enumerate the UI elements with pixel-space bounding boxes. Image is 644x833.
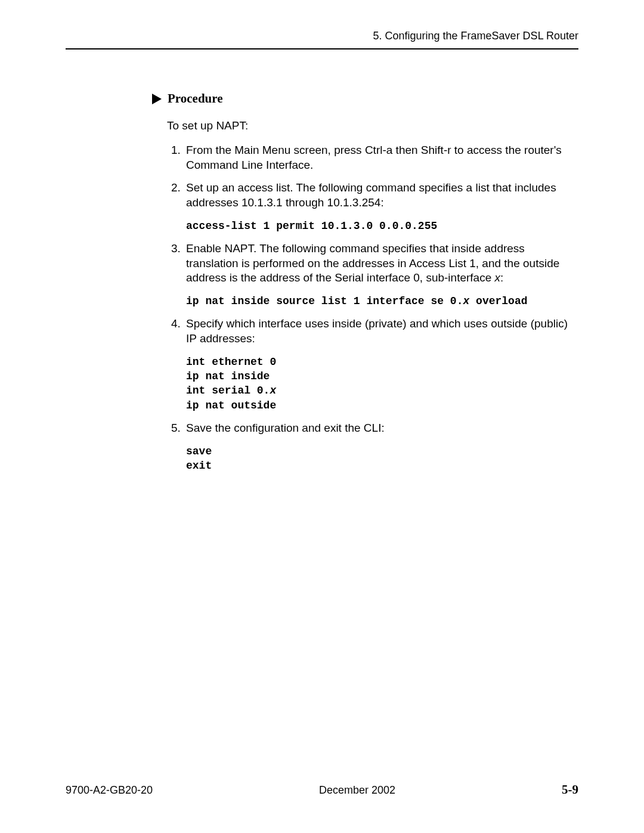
step-3-cmd-a: ip nat inside source list 1 interface se…: [186, 295, 463, 307]
step-5-cmd-l1: save: [186, 445, 212, 457]
page-footer: 9700-A2-GB20-20 December 2002 5-9: [66, 782, 578, 797]
step-4: Specify which interface uses inside (pri…: [184, 317, 578, 413]
step-2-text: Set up an access list. The following com…: [186, 181, 556, 209]
step-5-text: Save the configuration and exit the CLI:: [186, 422, 385, 434]
step-5-command: save exit: [186, 444, 578, 473]
footer-date: December 2002: [319, 784, 395, 797]
step-3-text-a: Enable NAPT. The following command speci…: [186, 242, 559, 284]
step-3-command: ip nat inside source list 1 interface se…: [186, 294, 578, 308]
step-3: Enable NAPT. The following command speci…: [184, 241, 578, 308]
chapter-title: 5. Configuring the FrameSaver DSL Router: [373, 30, 579, 42]
step-4-text: Specify which interface uses inside (pri…: [186, 317, 568, 345]
procedure-steps: From the Main Menu screen, press Ctrl-a …: [167, 143, 578, 473]
step-4-cmd-l3-italic: x: [270, 385, 276, 397]
step-2-command: access-list 1 permit 10.1.3.0 0.0.0.255: [186, 219, 578, 233]
step-3-cmd-italic: x: [463, 295, 469, 307]
procedure-heading: Procedure: [152, 91, 578, 106]
step-3-cmd-b: overload: [469, 295, 527, 307]
procedure-intro: To set up NAPT:: [167, 119, 578, 132]
step-3-italic: x: [495, 271, 501, 284]
step-4-cmd-l1: int ethernet 0: [186, 356, 276, 368]
step-4-cmd-l3a: int serial 0.: [186, 385, 270, 397]
page-content: Procedure To set up NAPT: From the Main …: [152, 91, 578, 473]
footer-doc-id: 9700-A2-GB20-20: [66, 784, 153, 797]
step-4-cmd-l4: ip nat outside: [186, 400, 276, 411]
document-page: 5. Configuring the FrameSaver DSL Router…: [0, 0, 644, 833]
triangle-icon: [152, 94, 162, 104]
footer-page-number: 5-9: [562, 782, 578, 797]
step-3-text-b: :: [500, 271, 503, 284]
procedure-label: Procedure: [168, 91, 223, 106]
step-5: Save the configuration and exit the CLI:…: [184, 421, 578, 473]
page-header: 5. Configuring the FrameSaver DSL Router: [66, 30, 578, 49]
step-1: From the Main Menu screen, press Ctrl-a …: [184, 143, 578, 172]
step-5-cmd-l2: exit: [186, 460, 212, 472]
step-2: Set up an access list. The following com…: [184, 181, 578, 233]
step-4-cmd-l2: ip nat inside: [186, 370, 270, 382]
step-4-command: int ethernet 0 ip nat inside int serial …: [186, 355, 578, 413]
step-1-text: From the Main Menu screen, press Ctrl-a …: [186, 144, 562, 171]
